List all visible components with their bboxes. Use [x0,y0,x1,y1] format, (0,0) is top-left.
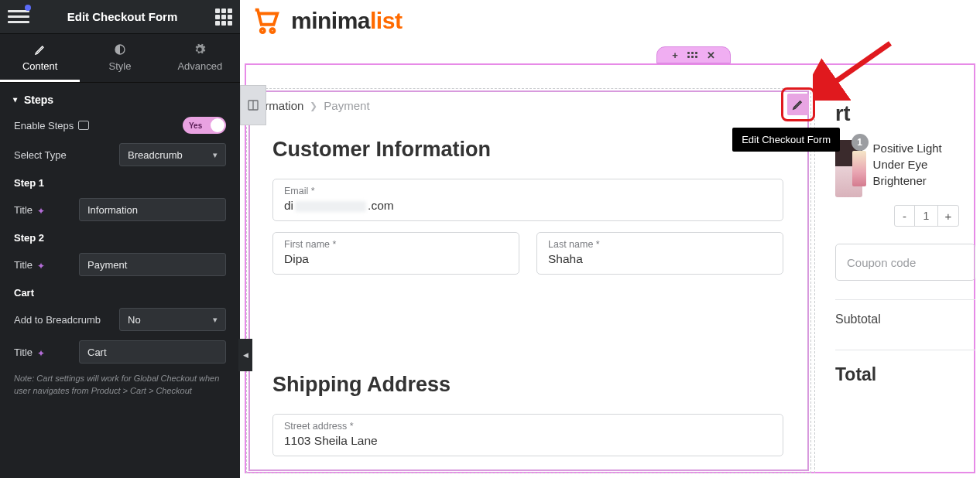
tab-advanced[interactable]: Advanced [160,34,240,82]
tab-content[interactable]: Content [0,34,80,82]
step1-title-input[interactable] [79,198,226,221]
last-name-value: Shaha [548,250,772,266]
first-name-label: First name * [284,239,508,250]
site-logo: minimalist [249,6,402,36]
street-label: Street address * [284,421,772,432]
tab-content-label: Content [22,60,58,72]
product-name: Positive Light Under Eye Brightener [873,140,975,197]
ai-spark-icon [37,347,46,357]
enable-steps-label: Enable Steps [14,120,89,131]
qty-badge: 1 [852,134,869,151]
edit-tooltip: Edit Checkout Form [732,128,840,152]
cart-icon [249,6,283,36]
contrast-icon [114,43,126,56]
first-name-field[interactable]: First name * Dipa [272,232,519,275]
column-icon [246,99,260,111]
breadcrumb-step-payment[interactable]: Payment [324,99,369,112]
step1-title-label: Title [14,204,46,216]
cart-heading: Cart [14,287,226,299]
ai-spark-icon [37,205,46,214]
desktop-icon [78,121,89,130]
tab-style-label: Style [109,60,132,72]
collapse-sidebar-button[interactable] [238,339,252,371]
toggle-value: Yes [183,121,202,130]
pencil-icon [792,98,804,111]
last-name-label: Last name * [548,239,772,250]
step2-heading: Step 2 [14,232,226,244]
cart-title-input[interactable] [79,340,226,364]
redacted-text [295,201,366,212]
sidebar-title: Edit Checkout Form [67,10,178,23]
step2-title-label: Title [14,259,46,271]
sidebar-panel: Steps Enable Steps Yes Select Type Bread… [0,83,240,478]
menu-hamburger-icon[interactable] [8,6,29,28]
total-row: Total [835,350,975,385]
coupon-input[interactable]: Coupon code [835,244,975,281]
cart-note: Note: Cart settings will work for Global… [14,373,226,398]
coupon-placeholder: Coupon code [847,256,916,269]
qty-increase-button[interactable]: + [938,206,958,226]
last-name-field[interactable]: Last name * Shaha [536,232,783,275]
close-section-button[interactable]: ✕ [707,50,715,60]
sidebar-tabs: Content Style Advanced [0,34,240,83]
toggle-knob [211,118,224,132]
chevron-right-icon: ❯ [310,101,317,111]
drag-section-handle[interactable] [687,52,697,58]
shipping-section: Shipping Address Street address * 1103 S… [272,373,783,467]
street-value: 1103 Sheila Lane [284,432,772,448]
add-breadcrumb-label: Add to Breadcrumb [14,314,101,326]
logo-text: minimalist [291,8,402,34]
step2-title-input[interactable] [79,253,226,276]
quantity-stepper: - 1 + [894,205,959,227]
qty-value: 1 [915,206,938,226]
email-label: Email * [284,186,772,196]
subtotal-row: Subtotal [835,300,975,331]
first-name-value: Dipa [284,250,508,266]
select-type-dropdown[interactable]: Breadcrumb [119,143,226,166]
edit-handle-highlight [781,87,815,121]
gear-icon [194,43,206,56]
select-type-label: Select Type [14,149,67,161]
qty-decrease-button[interactable]: - [895,206,915,226]
svg-point-1 [270,29,274,32]
email-value: di.com [284,196,772,213]
tab-advanced-label: Advanced [177,60,222,72]
add-breadcrumb-dropdown[interactable]: No [119,308,226,331]
preview-canvas: minimalist + ✕ Edit Checkout Form ormati… [240,0,980,478]
cart-heading-partial: rt [835,102,975,126]
add-section-button[interactable]: + [672,50,678,60]
svg-point-0 [261,29,265,32]
customer-info-heading: Customer Information [272,138,783,162]
ai-spark-icon [37,260,46,269]
enable-steps-toggle[interactable]: Yes [183,117,226,134]
column-handle[interactable] [240,85,266,125]
cart-item: 1 Positive Light Under Eye Brightener [835,140,975,197]
cart-title-label: Title [14,347,46,358]
sidebar-header: Edit Checkout Form [0,0,240,34]
widget-grid-icon[interactable] [215,9,232,26]
checkout-breadcrumb: ormation ❯ Payment [259,99,370,112]
pencil-icon [34,43,46,56]
tab-style[interactable]: Style [80,34,159,82]
notification-dot-icon [25,5,31,11]
section-toolbar: + ✕ [656,46,731,63]
street-address-field[interactable]: Street address * 1103 Sheila Lane [272,414,783,456]
step1-heading: Step 1 [14,177,226,189]
email-field[interactable]: Email * di.com [272,179,783,221]
shipping-heading: Shipping Address [272,373,783,397]
editor-sidebar: Edit Checkout Form Content Style Advance… [0,0,240,478]
edit-widget-button[interactable] [787,94,809,115]
panel-section-steps[interactable]: Steps [14,94,226,106]
customer-info-section: Customer Information Email * di.com Firs… [272,138,783,285]
